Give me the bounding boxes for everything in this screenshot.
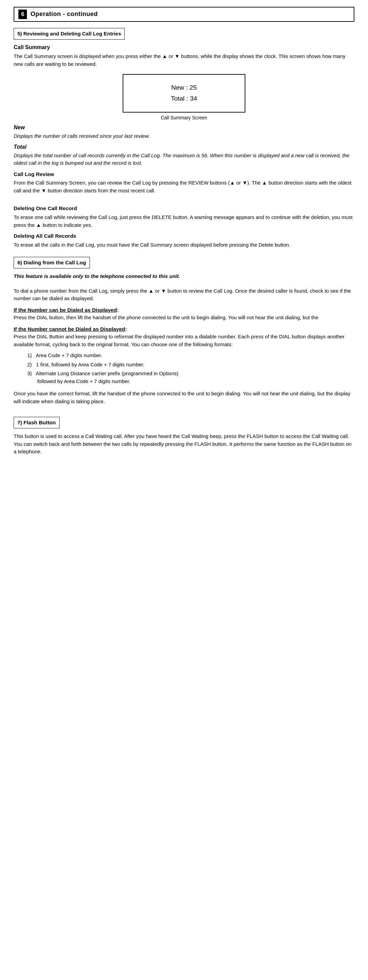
- page-header: 6 Operation - continued: [14, 7, 354, 22]
- call-log-review-text: From the Call Summary Screen, you can re…: [14, 179, 354, 194]
- format-text-3: Alternate Long Distance carrier prefix (…: [27, 371, 179, 384]
- delete-all-text: To erase all the calls in the Call Log, …: [14, 241, 354, 249]
- if-cannot-dial-colon: :: [125, 326, 127, 332]
- format-num-2: 2): [27, 361, 36, 368]
- section6-closing: Once you have the correct format, lift t…: [14, 390, 354, 405]
- format-text-2: 1 first, followed by Area Code + 7 digit…: [36, 361, 144, 368]
- header-number: 6: [18, 10, 27, 19]
- call-summary-intro: The Call Summary screen is displayed whe…: [14, 52, 354, 68]
- format-text-1: Area Code + 7 digits number.: [36, 352, 102, 358]
- spacer1: [14, 198, 354, 201]
- format-num-1: 1): [27, 352, 36, 358]
- if-can-dial-heading: If the Number can be Dialed as Displayed: [14, 307, 117, 313]
- if-can-dial-text: Press the DIAL button, then lift the han…: [14, 315, 318, 320]
- section7-title: 7) Flash Button: [17, 420, 56, 425]
- screen-caption: Call Summary Screen: [161, 115, 207, 121]
- delete-all-heading: Deleting All Call Records: [14, 232, 354, 240]
- screen-line1: New : 25: [133, 82, 235, 93]
- if-cannot-dial-heading: If the Number cannot be Dialed as Displa…: [14, 326, 125, 332]
- screen-container: New : 25 Total : 34 Call Summary Screen: [14, 74, 354, 121]
- total-term-desc: Displays the total number of call record…: [14, 152, 354, 167]
- section6-italic-bold: This feature is available only to the te…: [14, 272, 354, 280]
- section7-title-box: 7) Flash Button: [14, 417, 60, 428]
- new-term-desc: Displays the number of calls received si…: [14, 132, 354, 140]
- section6-title-box: 6) Dialing from the Call Log: [14, 257, 90, 269]
- if-can-dial-para: If the Number can be Dialed as Displayed…: [14, 306, 354, 322]
- format-item-1: 1) Area Code + 7 digits number.: [27, 352, 354, 360]
- call-log-review-heading: Call Log Review: [14, 170, 354, 178]
- if-cannot-dial-para: If the Number cannot be Dialed as Displa…: [14, 325, 354, 348]
- spacer2: [14, 284, 354, 287]
- spacer3: [14, 387, 354, 390]
- format-item-3: 3) Alternate Long Distance carrier prefi…: [27, 370, 354, 385]
- header-title: Operation - continued: [30, 10, 98, 18]
- delete-one-text: To erase one call while reviewing the Ca…: [14, 213, 354, 229]
- section5-title-box: 5) Reviewing and Deleting Call Log Entri…: [14, 28, 125, 40]
- new-term-title: New: [14, 124, 354, 131]
- section6-intro: To dial a phone number from the Call Log…: [14, 287, 354, 302]
- format-item-2: 2) 1 first, followed by Area Code + 7 di…: [27, 361, 354, 369]
- page-container: 6 Operation - continued 5) Reviewing and…: [14, 0, 354, 466]
- screen-box: New : 25 Total : 34: [123, 74, 245, 113]
- format-num-3: 3): [27, 371, 36, 376]
- screen-line2: Total : 34: [133, 93, 235, 104]
- section5-title: 5) Reviewing and Deleting Call Log Entri…: [17, 31, 121, 37]
- section7-text: This button is used to access a Call Wai…: [14, 433, 354, 456]
- delete-one-heading: Deleting One Call Record: [14, 205, 354, 212]
- spacer4: [14, 409, 354, 412]
- section6-title: 6) Dialing from the Call Log: [17, 259, 86, 266]
- call-summary-heading: Call Summary: [14, 44, 354, 51]
- total-term-title: Total: [14, 143, 354, 151]
- if-can-dial-colon: :: [117, 307, 119, 313]
- if-cannot-dial-text: Press the DIAL Button and keep pressing …: [14, 334, 344, 347]
